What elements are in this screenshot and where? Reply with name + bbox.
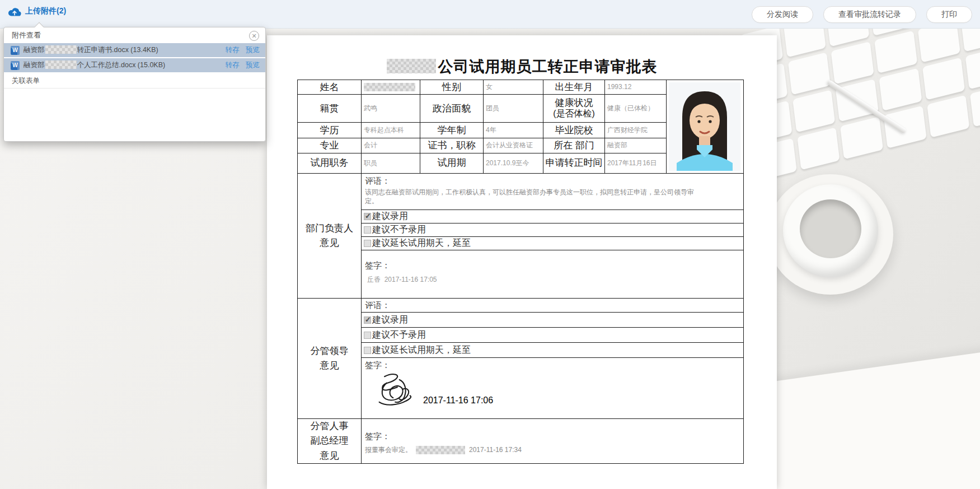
app-window: 公司试用期员工转正申请审批表 姓名 性别 女 出生年月 1993.12 bbox=[0, 0, 980, 489]
option-extend-probation: 建议延长试用期天，延至 bbox=[362, 237, 743, 250]
cloud-upload-icon bbox=[8, 7, 21, 16]
redacted-file-name-part bbox=[45, 45, 77, 54]
leader-sign-block: 签字： 2017-11-16 bbox=[362, 358, 743, 418]
dept-head-section-label: 部门负责人 意见 bbox=[298, 174, 362, 299]
cert-value: 会计从业资格证 bbox=[484, 138, 543, 153]
word-file-icon bbox=[11, 46, 20, 55]
birth-label: 出生年月 bbox=[543, 80, 605, 95]
dept-head-sign-block: 签字： 丘香 2017-11-16 17:05 bbox=[362, 250, 743, 297]
view-approval-log-button[interactable]: 查看审批流转记录 bbox=[823, 6, 916, 23]
edu-value: 专科起点本科 bbox=[362, 123, 420, 138]
option-extend-probation: 建议延长试用期天，延至 bbox=[362, 343, 743, 358]
position-label: 试用职务 bbox=[298, 153, 362, 173]
option-recommend-no-hire: 建议不予录用 bbox=[362, 328, 743, 343]
option-recommend-hire: 建议录用 bbox=[362, 313, 743, 328]
redacted-signer-name bbox=[416, 446, 465, 454]
distribute-read-button[interactable]: 分发阅读 bbox=[752, 6, 813, 23]
dept-label: 所在 部门 bbox=[543, 138, 605, 153]
checkbox-checked-icon bbox=[364, 316, 371, 324]
redacted-company-name bbox=[387, 59, 436, 73]
attachment-viewer-popup: 附件查看 融资部转正申请书.docx (13.4KB) 转存 预览 融资部个人工… bbox=[3, 27, 266, 142]
apply-label: 申请转正时间 bbox=[543, 153, 605, 173]
school-label: 毕业院校 bbox=[543, 123, 605, 138]
checkbox-unchecked-icon bbox=[364, 226, 371, 234]
preview-link[interactable]: 预览 bbox=[246, 61, 260, 69]
name-label: 姓名 bbox=[298, 80, 362, 95]
major-label: 专业 bbox=[298, 138, 362, 153]
photo-cell bbox=[667, 80, 744, 174]
upload-attachments-link[interactable]: 上传附件(2) bbox=[8, 6, 66, 16]
hr-vp-sign-block: 签字： 报董事会审定。2017-11-16 17:34 bbox=[362, 426, 743, 457]
name-value bbox=[362, 80, 420, 95]
save-link[interactable]: 转存 bbox=[226, 61, 240, 69]
gender-label: 性别 bbox=[420, 80, 484, 95]
leader-section-label: 分管领导 意见 bbox=[298, 299, 362, 419]
file-name: 融资部转正申请书.docx (13.4KB) bbox=[24, 45, 158, 55]
document-title-text: 公司试用期员工转正申请审批表 bbox=[438, 58, 658, 75]
hr-vp-signature: 报董事会审定。2017-11-16 17:34 bbox=[365, 445, 740, 455]
related-forms-label: 关联表单 bbox=[4, 73, 265, 89]
political-value: 团员 bbox=[484, 95, 543, 123]
health-value: 健康（已体检） bbox=[605, 95, 667, 123]
attachment-row[interactable]: 融资部个人工作总结.docx (15.0KB) 转存 预览 bbox=[4, 58, 265, 72]
apply-value: 2017年11月16日 bbox=[605, 153, 667, 173]
coffee-cup-inner bbox=[800, 199, 861, 258]
redacted-file-name-part bbox=[45, 60, 77, 69]
checkbox-checked-icon bbox=[364, 213, 371, 220]
paper-image bbox=[752, 348, 980, 489]
popup-title: 附件查看 bbox=[4, 27, 265, 43]
position-value: 职员 bbox=[362, 153, 420, 173]
option-recommend-no-hire: 建议不予录用 bbox=[362, 223, 743, 237]
school-value: 广西财经学院 bbox=[605, 123, 667, 138]
preview-link[interactable]: 预览 bbox=[246, 46, 260, 54]
leader-comment-label: 评语： bbox=[362, 299, 743, 313]
dept-head-comment: 评语： 该同志在融资部试用期间，工作积极认真，可以胜任融资部办事专员这一职位，拟… bbox=[362, 174, 743, 210]
political-label: 政治面貌 bbox=[420, 95, 484, 123]
top-toolbar: 上传附件(2) 分发阅读 查看审批流转记录 打印 bbox=[0, 0, 980, 29]
leader-sign-time: 2017-11-16 17:06 bbox=[423, 395, 493, 406]
redacted-name bbox=[364, 83, 415, 91]
period-value: 2017.10.9至今 bbox=[484, 153, 543, 173]
native-label: 籍贯 bbox=[298, 95, 362, 123]
checkbox-unchecked-icon bbox=[364, 347, 371, 354]
handwritten-signature bbox=[375, 371, 418, 409]
gender-value: 女 bbox=[484, 80, 543, 95]
birth-value: 1993.12 bbox=[605, 80, 667, 95]
dept-head-signature: 丘香 2017-11-16 17:05 bbox=[367, 275, 740, 285]
period-label: 试用期 bbox=[420, 153, 484, 173]
health-label: 健康状况 (是否体检) bbox=[543, 95, 605, 123]
close-icon[interactable] bbox=[249, 31, 259, 41]
leader-section-content: 评语： 建议录用 建议不予录用 建议延长试用期天，延至 签字： bbox=[362, 299, 744, 419]
save-link[interactable]: 转存 bbox=[226, 46, 240, 54]
years-label: 学年制 bbox=[420, 123, 484, 138]
years-value: 4年 bbox=[484, 123, 543, 138]
option-recommend-hire: 建议录用 bbox=[362, 210, 743, 223]
checkbox-unchecked-icon bbox=[364, 240, 371, 247]
attachment-row[interactable]: 融资部转正申请书.docx (13.4KB) 转存 预览 bbox=[4, 43, 265, 57]
employee-photo bbox=[669, 82, 740, 171]
checkbox-unchecked-icon bbox=[364, 332, 371, 339]
dept-value: 融资部 bbox=[605, 138, 667, 153]
hr-vp-section-label: 分管人事 副总经理 意见 bbox=[298, 419, 362, 464]
upload-attachments-label: 上传附件(2) bbox=[25, 6, 66, 16]
toolbar-buttons: 分发阅读 查看审批流转记录 打印 bbox=[752, 6, 972, 23]
print-button[interactable]: 打印 bbox=[926, 6, 972, 23]
dept-head-section-content: 评语： 该同志在融资部试用期间，工作积极认真，可以胜任融资部办事专员这一职位，拟… bbox=[362, 174, 744, 299]
document-title: 公司试用期员工转正申请审批表 bbox=[267, 57, 777, 77]
native-value: 武鸣 bbox=[362, 95, 420, 123]
major-value: 会计 bbox=[362, 138, 420, 153]
approval-form-table: 姓名 性别 女 出生年月 1993.12 bbox=[297, 80, 744, 464]
file-name: 融资部个人工作总结.docx (15.0KB) bbox=[24, 60, 165, 70]
hr-vp-section-content: 签字： 报董事会审定。2017-11-16 17:34 bbox=[362, 419, 744, 464]
cert-label: 证书，职称 bbox=[420, 138, 484, 153]
word-file-icon bbox=[11, 61, 20, 70]
edu-label: 学历 bbox=[298, 123, 362, 138]
document-page: 公司试用期员工转正申请审批表 姓名 性别 女 出生年月 1993.12 bbox=[267, 35, 777, 489]
